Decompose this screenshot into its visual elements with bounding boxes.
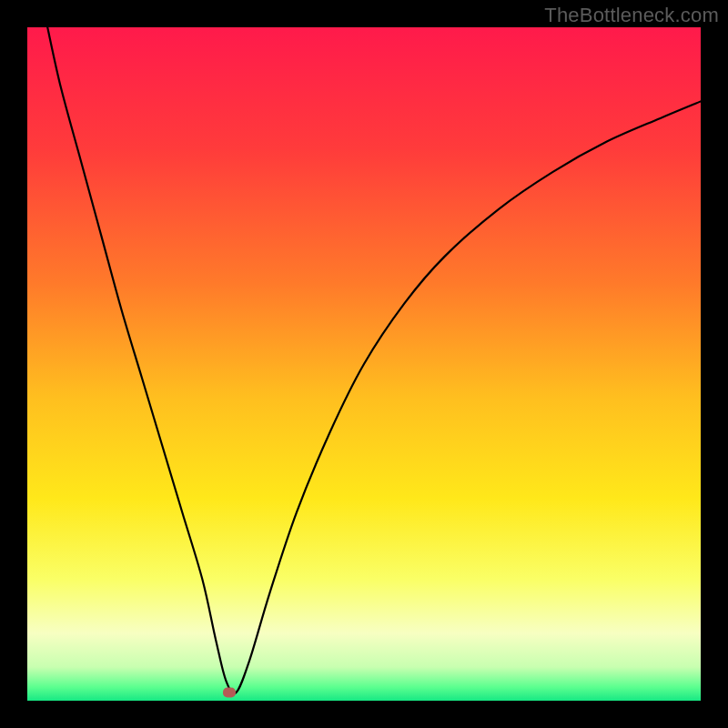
watermark-text: TheBottleneck.com bbox=[544, 4, 719, 27]
chart-plot-area bbox=[27, 27, 701, 701]
minimum-marker bbox=[223, 688, 236, 698]
bottleneck-curve bbox=[27, 27, 701, 701]
chart-frame: TheBottleneck.com bbox=[0, 0, 728, 728]
